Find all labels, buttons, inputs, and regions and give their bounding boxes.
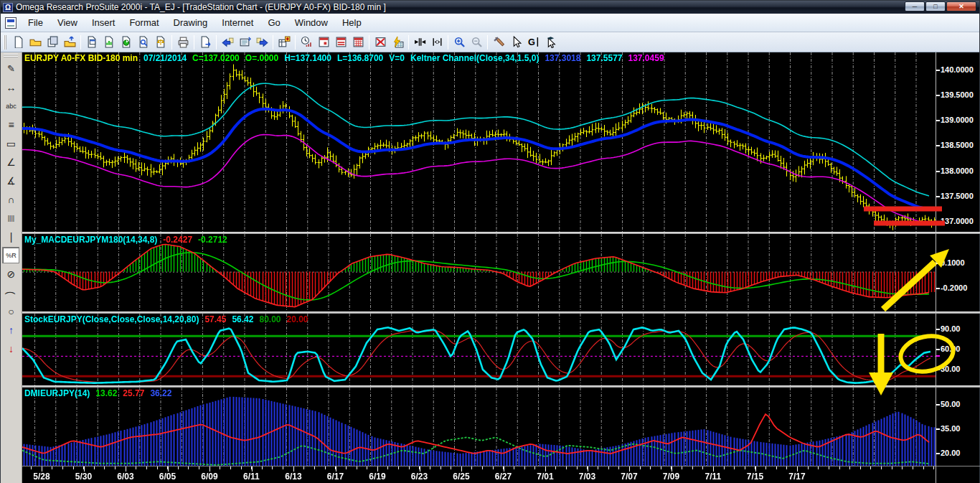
menu-internet[interactable]: Internet bbox=[215, 15, 260, 30]
hide-chart-button[interactable] bbox=[372, 34, 389, 51]
tool-horizontal-extend[interactable]: ↔ bbox=[2, 79, 19, 95]
stoch-pane-canvas[interactable] bbox=[22, 314, 936, 385]
date-label: 7/11 bbox=[699, 472, 727, 482]
menu-format[interactable]: Format bbox=[122, 15, 166, 30]
toolbar-separator bbox=[216, 35, 217, 50]
monthly-bars-icon bbox=[352, 36, 364, 48]
tool-fib-arcs[interactable]: ∩ bbox=[2, 191, 19, 207]
stoch-header-item: 56.42 bbox=[232, 314, 253, 324]
drawing-toolbar: ✎↔abc≡▭∠∡∩|||||%R⊘(○↑↓ bbox=[1, 52, 22, 483]
tool-ellipse[interactable]: ○ bbox=[2, 303, 19, 319]
back-button[interactable] bbox=[219, 34, 236, 51]
page-properties-button[interactable] bbox=[197, 34, 214, 51]
tool-gann-fan[interactable]: ∠ bbox=[2, 154, 19, 170]
application-window: Ω Omega Research ProSuite 2000i - TA_EJ … bbox=[0, 0, 980, 483]
tool-arrow-down[interactable]: ↓ bbox=[2, 340, 19, 357]
weekly-bars-button[interactable] bbox=[332, 34, 349, 51]
axis-tick bbox=[936, 196, 940, 197]
axis-tick bbox=[936, 404, 940, 405]
new-analysis-button[interactable] bbox=[118, 34, 135, 51]
workspace-stack-button[interactable] bbox=[44, 34, 61, 51]
drawing-toolbar-grip[interactable] bbox=[4, 54, 18, 57]
text-label-icon: abc bbox=[6, 103, 17, 110]
axis-tick bbox=[936, 369, 940, 370]
insert-symbol-button[interactable] bbox=[275, 34, 293, 51]
date-label: 7/03 bbox=[573, 472, 601, 482]
date-label: 7/09 bbox=[656, 472, 685, 482]
pane-separator[interactable] bbox=[22, 232, 980, 234]
minimize-button[interactable]: ─ bbox=[905, 1, 925, 11]
date-label: 6/23 bbox=[405, 472, 433, 482]
price-pane-canvas[interactable] bbox=[22, 52, 936, 232]
tool-rectangle[interactable]: ▭ bbox=[2, 135, 19, 151]
intraday-bars-button[interactable] bbox=[298, 34, 315, 51]
tool-fib-retracement[interactable]: ≡ bbox=[2, 116, 19, 133]
tool-vertical-line[interactable]: | bbox=[2, 228, 19, 245]
zoom-in-button[interactable] bbox=[451, 34, 468, 51]
menu-view[interactable]: View bbox=[50, 15, 85, 30]
svg-text:G: G bbox=[528, 37, 535, 47]
toolbar-separator bbox=[408, 35, 409, 50]
rectangle-icon: ▭ bbox=[6, 138, 16, 149]
close-button[interactable]: ✕ bbox=[946, 1, 976, 11]
horizontal-extend-icon: ↔ bbox=[6, 82, 16, 93]
value-axis[interactable]: 140.0000139.5000139.0000138.5000138.0000… bbox=[936, 52, 980, 483]
axis-tick bbox=[936, 221, 940, 222]
print-button[interactable] bbox=[174, 34, 192, 51]
new-window-button[interactable] bbox=[83, 34, 100, 51]
zoom-out-button[interactable] bbox=[468, 34, 485, 51]
tool-arrow-up[interactable]: ↑ bbox=[2, 322, 19, 338]
view-quote-button[interactable] bbox=[135, 34, 152, 51]
menu-window[interactable]: Window bbox=[288, 15, 335, 30]
toolbar-grip[interactable] bbox=[4, 35, 6, 50]
go-cursor-button[interactable]: G bbox=[524, 34, 542, 51]
tool-speed-lines[interactable]: ∡ bbox=[2, 172, 19, 189]
pointer-button[interactable] bbox=[507, 34, 524, 51]
workspace-stack-icon bbox=[47, 36, 59, 48]
quick-quote-icon bbox=[392, 36, 404, 48]
monthly-bars-button[interactable] bbox=[349, 34, 367, 51]
dmi-header-item: 25.77 bbox=[123, 388, 144, 398]
axis-label-price: 137.5000 bbox=[941, 192, 974, 200]
tool-percent-r[interactable]: %R bbox=[2, 247, 19, 263]
tool-fib-timezones[interactable]: |||| bbox=[2, 210, 19, 226]
daily-bars-button[interactable] bbox=[315, 34, 332, 51]
date-label: 6/03 bbox=[111, 472, 140, 482]
pane-separator[interactable] bbox=[22, 385, 980, 388]
drawing-tools-button[interactable] bbox=[490, 34, 507, 51]
child-window-icon[interactable] bbox=[5, 17, 17, 29]
expert-commentary-button[interactable] bbox=[542, 34, 559, 51]
dmi-pane-canvas[interactable] bbox=[22, 388, 936, 466]
menu-file[interactable]: File bbox=[21, 15, 50, 30]
menu-drawing[interactable]: Drawing bbox=[166, 15, 215, 30]
axis-label-macd: -0.2000 bbox=[941, 283, 967, 292]
menu-insert[interactable]: Insert bbox=[85, 15, 123, 30]
new-workspace-button[interactable] bbox=[9, 34, 27, 51]
trade-station-button[interactable] bbox=[152, 34, 169, 51]
macd-pane-canvas[interactable] bbox=[22, 234, 936, 311]
date-label: 6/09 bbox=[195, 472, 224, 482]
title-bar[interactable]: Ω Omega Research ProSuite 2000i - TA_EJ … bbox=[1, 1, 979, 14]
date-label: 5/28 bbox=[27, 472, 56, 482]
price-header-item: L=136.8700 bbox=[337, 53, 383, 63]
maximize-button[interactable]: □ bbox=[925, 1, 946, 11]
tool-curve[interactable]: ( bbox=[2, 284, 19, 301]
dmi-header-item: 36.22 bbox=[150, 388, 171, 398]
open-workspace-button[interactable] bbox=[27, 34, 44, 51]
menu-go[interactable]: Go bbox=[260, 15, 287, 30]
quick-quote-button[interactable] bbox=[389, 34, 406, 51]
menu-help[interactable]: Help bbox=[335, 15, 369, 30]
new-workspace-icon bbox=[12, 36, 24, 48]
tool-text-label[interactable]: abc bbox=[2, 98, 19, 114]
close-workspace-button[interactable] bbox=[61, 34, 78, 51]
snapshot-button[interactable] bbox=[236, 34, 253, 51]
tool-hide-drawing[interactable]: ⊘ bbox=[2, 266, 19, 282]
tool-trendline[interactable]: ✎ bbox=[2, 60, 19, 77]
expand-bars-button[interactable] bbox=[428, 34, 446, 51]
chart-area[interactable]: EURJPY A0-FX BID-180 min07/21/2014C=137.… bbox=[22, 52, 979, 483]
new-chart-button[interactable] bbox=[100, 34, 118, 51]
compress-bars-button[interactable] bbox=[411, 34, 428, 51]
trade-station-icon bbox=[155, 36, 167, 48]
pane-separator[interactable] bbox=[22, 311, 980, 314]
forward-button[interactable] bbox=[253, 34, 270, 51]
